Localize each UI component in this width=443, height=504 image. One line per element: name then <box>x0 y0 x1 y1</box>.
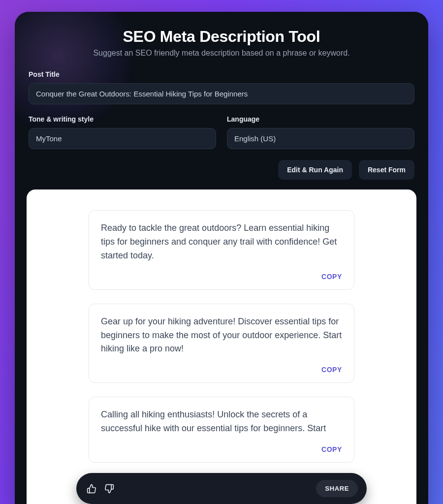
page-title: SEO Meta Description Tool <box>29 28 414 46</box>
result-text: Ready to tackle the great outdoors? Lear… <box>101 221 342 263</box>
reset-form-button[interactable]: Reset Form <box>359 160 414 180</box>
feedback-bar: SHARE <box>76 473 367 504</box>
post-title-label: Post Title <box>29 70 414 78</box>
edit-run-again-button[interactable]: Edit & Run Again <box>278 160 352 180</box>
copy-button[interactable]: COPY <box>321 366 342 374</box>
language-field: Language <box>227 115 414 149</box>
thumbs-down-icon[interactable] <box>103 482 116 495</box>
page-subtitle: Suggest an SEO friendly meta description… <box>29 49 414 58</box>
result-card: Ready to tackle the great outdoors? Lear… <box>89 210 354 290</box>
tone-field: Tone & writing style <box>29 115 216 149</box>
result-text: Calling all hiking enthusiasts! Unlock t… <box>101 408 342 436</box>
language-select[interactable] <box>227 128 414 149</box>
thumbs-up-icon[interactable] <box>85 482 98 495</box>
tone-select[interactable] <box>29 128 216 149</box>
result-text: Gear up for your hiking adventure! Disco… <box>101 315 342 356</box>
copy-button[interactable]: COPY <box>321 273 342 281</box>
result-card: Gear up for your hiking adventure! Disco… <box>89 304 354 383</box>
tone-label: Tone & writing style <box>29 115 216 123</box>
copy-button[interactable]: COPY <box>321 445 342 453</box>
results-panel: Ready to tackle the great outdoors? Lear… <box>27 189 416 504</box>
post-title-field: Post Title <box>29 70 414 104</box>
share-button[interactable]: SHARE <box>316 480 358 497</box>
language-label: Language <box>227 115 414 123</box>
result-card: Calling all hiking enthusiasts! Unlock t… <box>89 397 354 463</box>
form-actions: Edit & Run Again Reset Form <box>29 160 414 180</box>
tool-card: SEO Meta Description Tool Suggest an SEO… <box>15 12 428 504</box>
post-title-input[interactable] <box>29 83 414 104</box>
